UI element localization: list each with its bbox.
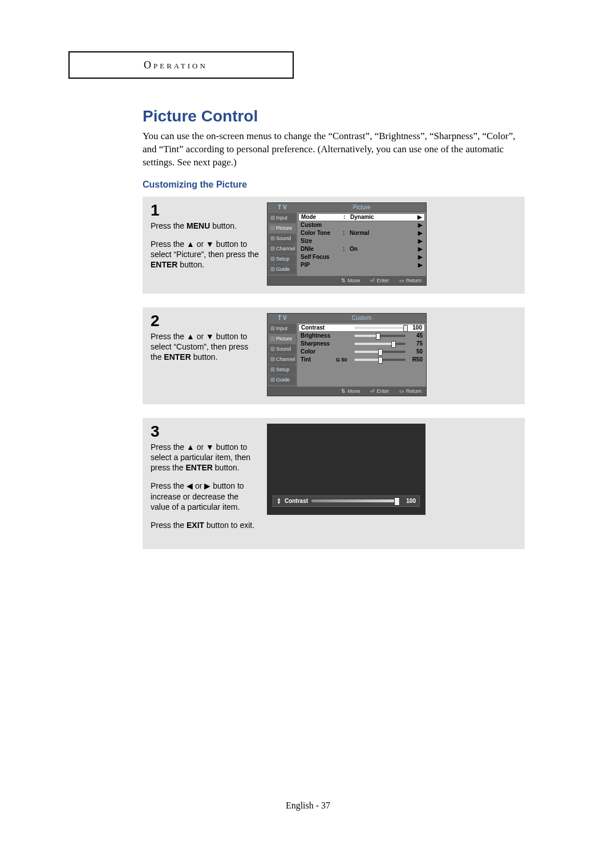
osd-panel-picture: T V Picture Input Picture Sound Channel … [267, 202, 427, 286]
slider-handle[interactable] [394, 497, 400, 506]
sidebar-item-picture[interactable]: Picture [269, 334, 296, 344]
step-1-text: 1 Press the MENU button. Press the ▲ or … [151, 202, 259, 286]
osd-contrast-adjust: ▲▼ Contrast 100 [267, 424, 425, 515]
return-icon: ▭ [399, 278, 404, 283]
menu-row-size[interactable]: Size▶ [298, 237, 425, 245]
sidebar-item-sound[interactable]: Sound [269, 234, 296, 243]
step-1-p1: Press the MENU button. [151, 221, 259, 231]
chevron-right-icon: ▶ [417, 246, 423, 252]
osd-title-picture: Picture [297, 203, 426, 212]
setup-icon [270, 367, 275, 372]
step-3-p2: Press the ◀ or ▶ button to increase or d… [151, 481, 259, 512]
step-3: 3 Press the ▲ or ▼ button to select a pa… [143, 418, 525, 549]
menu-row-dnie[interactable]: DNIe:On▶ [298, 245, 425, 253]
sidebar-item-picture[interactable]: Picture [269, 224, 296, 233]
slider-tint[interactable]: TintG 50R50 [298, 356, 425, 364]
osd-title-tv: T V [268, 203, 297, 212]
step-1: 1 Press the MENU button. Press the ▲ or … [143, 197, 525, 294]
slider-handle[interactable] [391, 341, 396, 348]
slider-handle[interactable] [378, 349, 383, 356]
sidebar-item-channel[interactable]: Channel [269, 355, 296, 364]
step-1-number: 1 [151, 202, 259, 218]
chevron-right-icon: ▶ [417, 230, 423, 236]
page-footer: English - 37 [0, 801, 616, 811]
menu-row-mode[interactable]: Mode:Dynamic▶ [298, 213, 425, 221]
sidebar-item-guide[interactable]: Guide [269, 265, 296, 274]
guide-icon [270, 377, 275, 382]
menu-row-pip[interactable]: PIP▶ [298, 261, 425, 269]
channel-icon [270, 246, 275, 251]
chevron-right-icon: ▶ [417, 238, 423, 244]
slider-track[interactable] [354, 343, 406, 345]
contrast-label: Contrast [285, 498, 308, 504]
input-icon [270, 326, 275, 331]
updown-icon: ⇅ [341, 388, 346, 394]
step-3-p1: Press the ▲ or ▼ button to select a part… [151, 442, 259, 473]
slider-handle[interactable] [378, 357, 383, 364]
footer-return: ▭Return [399, 388, 422, 394]
footer-enter: ⏎Enter [370, 278, 389, 283]
menu-row-self-focus[interactable]: Self Focus▶ [298, 253, 425, 261]
picture-icon [270, 226, 275, 230]
menu-row-custom[interactable]: Custom▶ [298, 221, 425, 229]
footer-return: ▭Return [399, 278, 422, 283]
sidebar-item-setup[interactable]: Setup [269, 254, 296, 264]
sound-icon [270, 236, 275, 241]
slider-color[interactable]: Color50 [298, 348, 425, 356]
step-3-text: 3 Press the ▲ or ▼ button to select a pa… [151, 424, 259, 541]
osd-footer: ⇅Move ⏎Enter ▭Return [268, 276, 426, 285]
footer-move: ⇅Move [341, 388, 360, 394]
sidebar-item-input[interactable]: Input [269, 213, 296, 223]
header-label: Operation [144, 59, 208, 71]
osd-sidebar: Input Picture Sound Channel Setup Guide [268, 323, 297, 387]
sidebar-item-channel[interactable]: Channel [269, 244, 296, 254]
osd-title-tv: T V [268, 314, 297, 323]
slider-handle[interactable] [403, 325, 408, 332]
menu-row-color-tone[interactable]: Color Tone:Normal▶ [298, 229, 425, 237]
slider-track[interactable] [354, 351, 406, 353]
channel-icon [270, 357, 275, 361]
osd-panel-custom: T V Custom Input Picture Sound Channel S… [267, 313, 427, 396]
sidebar-item-setup[interactable]: Setup [269, 365, 296, 375]
footer-move: ⇅Move [341, 278, 360, 283]
return-icon: ▭ [399, 388, 404, 394]
enter-icon: ⏎ [370, 278, 375, 283]
slider-track[interactable] [354, 335, 406, 337]
contrast-value: 100 [402, 498, 416, 504]
sound-icon [270, 347, 275, 351]
step-2: 2 Press the ▲ or ▼ button to select “Cus… [143, 307, 525, 404]
slider-track[interactable] [354, 359, 406, 361]
slider-brightness[interactable]: Brightness45 [298, 332, 425, 340]
footer-enter: ⏎Enter [370, 388, 389, 394]
sidebar-item-input[interactable]: Input [269, 324, 296, 334]
sidebar-item-sound[interactable]: Sound [269, 344, 296, 354]
chevron-right-icon: ▶ [417, 254, 423, 260]
chevron-right-icon: ▶ [417, 262, 423, 268]
slider-contrast[interactable]: Contrast100 [298, 324, 425, 332]
updown-icon: ▲▼ [277, 498, 281, 505]
subheading: Customizing the Picture [143, 180, 525, 190]
setup-icon [270, 257, 275, 261]
osd-main: Mode:Dynamic▶ Custom▶ Color Tone:Normal▶… [297, 212, 426, 276]
slider-track[interactable] [355, 327, 405, 329]
chevron-right-icon: ▶ [416, 214, 422, 220]
osd-main-sliders: Contrast100 Brightness45 Sharpness75 Col… [297, 323, 426, 387]
guide-icon [270, 267, 275, 271]
chevron-right-icon: ▶ [417, 222, 423, 228]
step-3-p3: Press the EXIT button to exit. [151, 520, 259, 530]
step-1-p2: Press the ▲ or ▼ button to select “Pictu… [151, 239, 259, 270]
slider-handle[interactable] [376, 333, 380, 340]
slider-track[interactable] [311, 499, 399, 502]
osd-footer: ⇅Move ⏎Enter ▭Return [268, 387, 426, 396]
contrast-bar[interactable]: ▲▼ Contrast 100 [273, 495, 420, 507]
enter-icon: ⏎ [370, 388, 375, 394]
picture-icon [270, 336, 275, 341]
osd-title-custom: Custom [297, 314, 426, 323]
slider-sharpness[interactable]: Sharpness75 [298, 340, 425, 348]
header-box: Operation [68, 51, 294, 79]
input-icon [270, 216, 275, 220]
sidebar-item-guide[interactable]: Guide [269, 375, 296, 385]
step-2-number: 2 [151, 313, 259, 329]
step-3-number: 3 [151, 424, 259, 440]
intro-paragraph: You can use the on-screen menus to chang… [143, 130, 525, 169]
